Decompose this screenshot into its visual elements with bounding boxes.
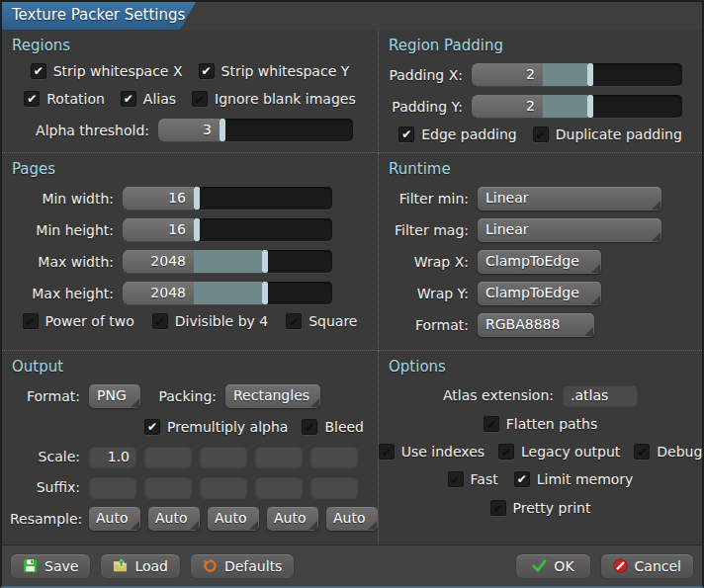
dropdown-corner-icon: [652, 232, 660, 241]
slider-track[interactable]: [268, 282, 332, 304]
section-runtime: Runtime Filter min: Linear Filter mag: L…: [379, 153, 702, 351]
slider-track[interactable]: [200, 218, 332, 241]
max-height-slider: 2048: [123, 282, 332, 304]
checkbox-label: Power of two: [45, 313, 134, 329]
button-label: Defaults: [224, 558, 282, 574]
section-title-runtime: Runtime: [389, 160, 694, 178]
checkbox-icon: [533, 126, 549, 142]
checkbox-icon: [199, 63, 215, 79]
slider-track[interactable]: [593, 95, 682, 118]
strip-whitespace-y-checkbox[interactable]: Strip whitespace Y: [199, 63, 350, 79]
atlas-extension-label: Atlas extension:: [443, 387, 563, 403]
slider-track[interactable]: [268, 250, 332, 273]
defaults-button[interactable]: Defaults: [190, 553, 295, 579]
suffix-field-2[interactable]: [144, 476, 192, 498]
suffix-field-1[interactable]: [89, 476, 136, 498]
resample-select-5[interactable]: Auto: [326, 507, 378, 531]
power-of-two-checkbox[interactable]: Power of two: [23, 313, 134, 329]
button-label: OK: [554, 558, 573, 574]
save-button[interactable]: Save: [10, 553, 91, 579]
resample-select-2[interactable]: Auto: [148, 507, 200, 531]
wrap-x-select[interactable]: ClampToEdge: [478, 250, 601, 274]
checkbox-label: Edge padding: [421, 126, 517, 142]
wrap-y-select[interactable]: ClampToEdge: [478, 282, 601, 305]
section-pages: Pages Min width: 16 Min height: 16 Max w…: [2, 153, 379, 351]
texture-packer-settings-dialog: Texture Packer Settings Regions Strip wh…: [0, 0, 704, 588]
packing-select[interactable]: Rectangles: [225, 384, 320, 408]
pretty-print-checkbox[interactable]: Pretty print: [490, 500, 591, 516]
resample-select-1[interactable]: Auto: [89, 507, 140, 531]
checkbox-icon: [31, 63, 46, 79]
output-format-select[interactable]: PNG: [89, 384, 140, 408]
ignore-blank-images-checkbox[interactable]: Ignore blank images: [192, 91, 356, 107]
edge-padding-checkbox[interactable]: Edge padding: [398, 126, 517, 142]
min-width-slider: 16: [123, 187, 332, 210]
rotation-checkbox[interactable]: Rotation: [24, 91, 105, 107]
padding-x-value[interactable]: 2: [472, 63, 543, 86]
dropdown-corner-icon: [131, 521, 139, 530]
checkbox-icon: [498, 444, 514, 460]
max-width-slider: 2048: [123, 250, 332, 273]
min-height-value[interactable]: 16: [123, 218, 194, 241]
dropdown-corner-icon: [308, 521, 317, 530]
section-regions: Regions Strip whitespace X Strip whitesp…: [2, 30, 379, 153]
divisible-by-4-checkbox[interactable]: Divisible by 4: [152, 313, 268, 329]
min-width-value[interactable]: 16: [123, 187, 194, 210]
checkbox-label: Strip whitespace X: [53, 63, 183, 79]
scale-field-5[interactable]: [310, 446, 358, 467]
square-checkbox[interactable]: Square: [286, 313, 357, 329]
alpha-threshold-value[interactable]: 3: [158, 119, 220, 141]
debug-checkbox[interactable]: Debug: [634, 444, 702, 460]
resample-select-4[interactable]: Auto: [267, 507, 318, 531]
min-height-label: Min height:: [10, 222, 123, 238]
filter-min-select[interactable]: Linear: [478, 187, 661, 210]
runtime-format-select[interactable]: RGBA8888: [478, 313, 594, 337]
scale-field-3[interactable]: [200, 446, 247, 467]
checkbox-label: Premultiply alpha: [167, 419, 288, 435]
filter-mag-select[interactable]: Linear: [478, 218, 661, 242]
select-value: ClampToEdge: [485, 285, 579, 300]
slider-track[interactable]: [200, 187, 332, 210]
button-label: Save: [44, 558, 78, 574]
slider-track[interactable]: [225, 119, 353, 141]
section-output: Output Format: PNG Packing: Rectangles P…: [2, 351, 379, 545]
checkbox-icon: [379, 444, 395, 460]
padding-x-label: Padding X:: [387, 67, 472, 83]
slider-fill: [194, 282, 262, 304]
slider-track[interactable]: [593, 63, 682, 86]
slider-fill: [543, 63, 587, 86]
flatten-paths-checkbox[interactable]: Flatten paths: [484, 416, 598, 432]
select-value: PNG: [97, 387, 127, 403]
scale-field-1[interactable]: 1.0: [89, 446, 136, 467]
dropdown-corner-icon: [249, 521, 258, 530]
ok-button[interactable]: OK: [515, 553, 590, 579]
suffix-field-4[interactable]: [255, 476, 303, 498]
scale-field-2[interactable]: [144, 446, 192, 467]
padding-y-value[interactable]: 2: [472, 95, 543, 118]
limit-memory-checkbox[interactable]: Limit memory: [514, 471, 634, 487]
checkbox-label: Limit memory: [537, 471, 634, 487]
dropdown-corner-icon: [368, 521, 377, 530]
section-title-regions: Regions: [12, 37, 370, 54]
use-indexes-checkbox[interactable]: Use indexes: [379, 444, 484, 460]
resample-select-3[interactable]: Auto: [208, 507, 259, 531]
duplicate-padding-checkbox[interactable]: Duplicate padding: [533, 126, 682, 142]
max-width-value[interactable]: 2048: [123, 250, 194, 273]
section-title-pages: Pages: [12, 160, 370, 178]
suffix-field-5[interactable]: [310, 476, 358, 498]
title-bar[interactable]: Texture Packer Settings: [2, 2, 702, 30]
save-icon: [23, 558, 38, 573]
load-button[interactable]: Load: [100, 553, 181, 579]
premultiply-alpha-checkbox[interactable]: Premultiply alpha: [144, 419, 288, 435]
cancel-button[interactable]: Cancel: [600, 553, 694, 579]
legacy-output-checkbox[interactable]: Legacy output: [498, 444, 620, 460]
suffix-field-3[interactable]: [200, 476, 247, 498]
strip-whitespace-x-checkbox[interactable]: Strip whitespace X: [31, 63, 183, 79]
bleed-checkbox[interactable]: Bleed: [302, 419, 364, 435]
wrap-y-label: Wrap Y:: [387, 286, 478, 301]
fast-checkbox[interactable]: Fast: [448, 471, 498, 487]
scale-field-4[interactable]: [255, 446, 303, 467]
alias-checkbox[interactable]: Alias: [121, 91, 176, 107]
atlas-extension-field[interactable]: .atlas: [563, 384, 638, 406]
max-height-value[interactable]: 2048: [123, 282, 194, 304]
